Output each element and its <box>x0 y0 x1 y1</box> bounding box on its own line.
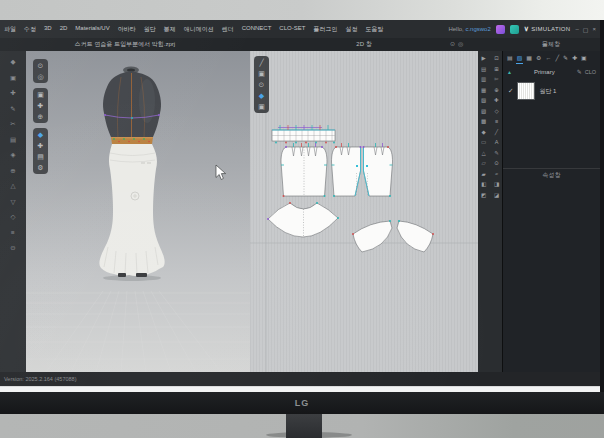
shirring-tool-icon[interactable]: ≈ <box>492 172 501 178</box>
avatar-tab-icon[interactable]: ▣ <box>581 55 587 61</box>
uv-editor-tool-icon[interactable]: ◪ <box>492 193 501 199</box>
internal-line-tool-icon[interactable]: ✚ <box>492 98 501 104</box>
layer-tool-icon[interactable]: ≡ <box>11 230 15 237</box>
select-move-icon[interactable]: ✚ <box>38 142 44 149</box>
garment-skirt[interactable] <box>99 144 164 281</box>
trace-tool-icon[interactable]: ✂ <box>492 77 501 83</box>
transform-tool-icon[interactable]: ▶ <box>479 56 488 62</box>
texture-tool-icon[interactable]: ◈ <box>11 152 16 159</box>
zoom-tool-icon[interactable]: ⊕ <box>10 168 15 175</box>
edit-pencil-icon[interactable]: ✎ <box>577 68 582 75</box>
menu-item[interactable]: 렌더 <box>222 25 234 34</box>
reset-2d-view-icon[interactable]: ⊙ <box>450 40 455 47</box>
add-point-tool-icon[interactable]: ⊞ <box>492 67 501 73</box>
text-tool-icon[interactable]: A <box>492 140 501 146</box>
buttonhole-tool-icon[interactable]: ⊙ <box>492 161 501 167</box>
edit-curve-tool-icon[interactable]: ⊡ <box>492 56 501 62</box>
simulation-button[interactable]: ∨ SIMULATION <box>524 25 571 33</box>
trim-tab-icon[interactable]: ╱ <box>555 55 559 61</box>
menu-item[interactable]: 설정 <box>345 25 357 34</box>
garment-waistband[interactable] <box>111 137 153 144</box>
viewport-2d[interactable]: ╱▣⊙◆▣ <box>250 51 478 372</box>
pattern-back-panels[interactable] <box>332 143 393 197</box>
circle-tool-icon[interactable]: ⊕ <box>492 88 501 94</box>
edit-sew-tool-icon[interactable]: ◆ <box>479 130 488 136</box>
topstitch-tab-icon[interactable]: ✎ <box>563 55 568 61</box>
menu-item[interactable]: 파일 <box>4 25 16 34</box>
show-info-icon[interactable]: ⊙ <box>259 81 265 88</box>
menu-item[interactable]: 도움말 <box>365 25 383 34</box>
seam-allowance-tool-icon[interactable]: ◇ <box>492 109 501 115</box>
button-tab-icon[interactable]: ▦ <box>526 55 532 61</box>
show-avatar-icon[interactable]: ⊕ <box>38 113 44 120</box>
tab-object-browser[interactable]: 물체창 <box>502 40 600 49</box>
pattern-waistband[interactable] <box>272 125 335 143</box>
viewport-3d[interactable]: ⊙◎ ▣✚⊕ ◆✚▤⚙ <box>26 51 250 372</box>
menu-item[interactable]: 봉제 <box>164 25 176 34</box>
tab-property-editor[interactable]: 속성창 <box>503 168 600 182</box>
close-button[interactable]: × <box>592 26 596 33</box>
menu-item[interactable]: Materials/UV <box>75 25 109 34</box>
scissors-tool-icon[interactable]: ✂ <box>10 121 15 128</box>
fabric-swatch-thumbnail[interactable] <box>517 82 535 100</box>
back-icon[interactable]: ← <box>545 55 551 61</box>
rectangle-tool-icon[interactable]: ▦ <box>479 88 488 94</box>
arrangement-icon[interactable]: ▤ <box>37 153 44 160</box>
measure-tool-icon[interactable]: ◇ <box>11 214 16 221</box>
print-layout-tool-icon[interactable]: ◨ <box>492 182 501 188</box>
show-pattern-icon[interactable]: ▣ <box>258 103 265 110</box>
menu-item[interactable]: 플러그인 <box>313 25 337 34</box>
zipper-tool-icon[interactable]: ▰ <box>479 172 488 178</box>
segment-sew-tool-icon[interactable]: ▩ <box>479 119 488 125</box>
pattern-front-panel[interactable] <box>281 143 327 197</box>
texture-editor-tool-icon[interactable]: ◩ <box>479 193 488 199</box>
polygon-tool-icon[interactable]: ▥ <box>479 77 488 83</box>
select-tool-icon[interactable]: ◆ <box>11 59 16 66</box>
menu-item[interactable]: 2D <box>60 25 68 34</box>
fabric-list-item[interactable]: ✓ 원단 1 <box>503 78 600 104</box>
pattern-flounce-back-left[interactable] <box>352 220 392 252</box>
expand-triangle-icon[interactable]: ▲ <box>507 69 512 75</box>
sewing-tool-icon[interactable]: ▤ <box>10 137 16 144</box>
pin-tool-icon[interactable]: ✚ <box>10 90 15 97</box>
pattern-flounce-back-right[interactable] <box>397 220 434 252</box>
settings-icon[interactable]: ⚙ <box>37 164 43 171</box>
maximize-button[interactable]: ▢ <box>583 26 589 33</box>
menu-item[interactable]: 아바타 <box>118 25 136 34</box>
fabric-tool-icon[interactable]: ◧ <box>479 182 488 188</box>
menu-item[interactable]: CONNECT <box>242 25 272 34</box>
menu-item[interactable]: 원단 <box>144 25 156 34</box>
menu-item[interactable]: 3D <box>44 25 52 34</box>
flatten-tool-icon[interactable]: △ <box>11 183 16 190</box>
edit-pattern-tool-icon[interactable]: ╱ <box>259 59 263 66</box>
show-garment-icon[interactable]: ▣ <box>258 70 265 77</box>
notch-tool-icon[interactable]: ▨ <box>479 109 488 115</box>
pen-tool-icon[interactable]: ✎ <box>10 106 15 113</box>
puckering-tab-icon[interactable]: ✚ <box>572 55 577 61</box>
drape-tool-icon[interactable]: ▽ <box>11 199 16 206</box>
pattern-flounce-front[interactable] <box>267 202 339 237</box>
active-2d-tool-icon[interactable]: ◆ <box>259 92 264 99</box>
simulate-icon[interactable]: ◆ <box>38 131 43 138</box>
grid-tool-icon[interactable]: ⊙ <box>10 245 15 252</box>
dart-tool-icon[interactable]: ▧ <box>479 98 488 104</box>
edit-pattern-tool-icon[interactable]: ▤ <box>479 67 488 73</box>
pleat-sew-tool-icon[interactable]: ╱ <box>492 130 501 136</box>
minimize-button[interactable]: – <box>575 26 578 33</box>
free-sew-tool-icon[interactable]: ≡ <box>492 119 501 125</box>
pin-icon[interactable]: ✚ <box>38 102 44 109</box>
menu-item[interactable]: CLO-SET <box>279 25 305 34</box>
clo-set-app-icon[interactable] <box>496 25 505 34</box>
menu-item[interactable]: 수정 <box>24 25 36 34</box>
md-exchange-app-icon[interactable] <box>510 25 519 34</box>
check-icon[interactable]: ✓ <box>508 87 513 95</box>
scene-tab-icon[interactable]: ▤ <box>507 55 513 61</box>
username-link[interactable]: c.ngswo2 <box>465 26 490 32</box>
fit-2d-view-icon[interactable]: ◎ <box>458 40 463 47</box>
render-style-icon[interactable]: ◎ <box>37 73 43 80</box>
fabric-tab-icon[interactable]: ▧ <box>517 55 523 61</box>
camera-view-icon[interactable]: ⊙ <box>38 62 44 69</box>
move-tool-icon[interactable]: ▣ <box>10 75 16 82</box>
grading-tool-icon[interactable]: △ <box>479 151 488 157</box>
pattern-outline-tool-icon[interactable]: ▭ <box>479 140 488 146</box>
